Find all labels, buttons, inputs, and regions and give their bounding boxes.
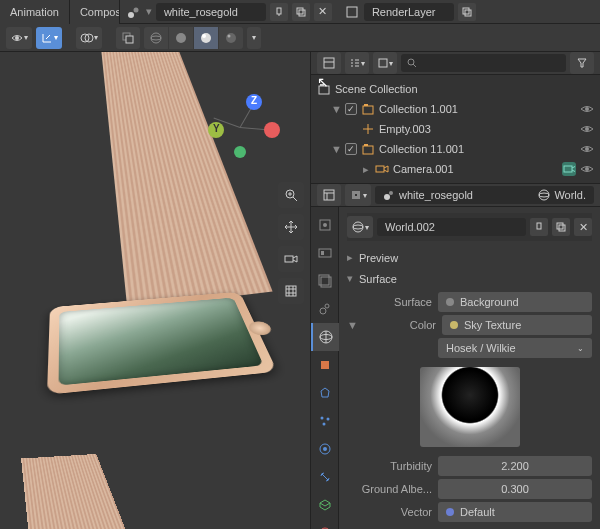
filter-icon[interactable] (570, 52, 594, 74)
turbidity-slider[interactable]: 2.200 (438, 456, 592, 476)
dropdown-icon[interactable]: ▾ (146, 5, 152, 18)
camera-view-icon[interactable] (278, 246, 304, 272)
gizmo-toggle[interactable]: ▾ (36, 27, 62, 49)
collection-checkbox[interactable] (345, 103, 357, 115)
scene-collection-label: Scene Collection (335, 83, 594, 95)
surface-panel-label: Surface (359, 273, 397, 285)
preview-panel-header[interactable]: ▸ Preview (347, 247, 592, 268)
material-tab-icon[interactable] (311, 519, 339, 529)
tab-compositing[interactable]: Compositi (70, 0, 120, 24)
sky-model-dropdown[interactable]: Hosek / Wilkie ⌄ (438, 338, 592, 358)
world-browse-icon[interactable]: ▾ (347, 216, 373, 238)
axis-y[interactable]: Y (208, 122, 224, 138)
new-world-icon[interactable] (552, 218, 570, 236)
object-tab-icon[interactable] (311, 351, 339, 379)
shading-options-dropdown[interactable]: ▾ (247, 27, 261, 49)
disclosure-triangle-icon[interactable]: ▸ (361, 163, 371, 176)
selectability-dropdown[interactable]: ▾ (6, 27, 32, 49)
collection-checkbox[interactable] (345, 143, 357, 155)
visibility-eye-icon[interactable] (580, 124, 594, 134)
svg-point-1 (133, 7, 138, 12)
ground-albedo-slider[interactable]: 0.300 (438, 479, 592, 499)
tab-animation[interactable]: Animation (0, 0, 70, 24)
shading-rendered[interactable] (219, 27, 243, 49)
sky-preview[interactable] (347, 361, 592, 453)
svg-point-40 (585, 107, 589, 111)
color-label: Color (363, 319, 436, 331)
svg-point-46 (585, 147, 589, 151)
fake-user-icon[interactable] (530, 218, 548, 236)
viewport-toolbar: ▾ ▾ ▾ ▾ (0, 24, 600, 52)
svg-rect-60 (319, 249, 331, 257)
expand-icon[interactable]: ▼ (347, 319, 357, 331)
tree-row[interactable]: Empty.003 (311, 119, 600, 139)
axis-z[interactable]: Z (246, 94, 262, 110)
scene-collection-row[interactable]: Scene Collection (311, 79, 600, 99)
svg-point-49 (585, 167, 589, 171)
zoom-tool-icon[interactable] (278, 182, 304, 208)
world-properties: ▾ World.002 ✕ ▸ Preview ▾ Surface (339, 207, 600, 529)
output-tab-icon[interactable] (311, 239, 339, 267)
render-tab-icon[interactable] (311, 211, 339, 239)
new-scene-icon[interactable] (292, 3, 310, 21)
data-tab-icon[interactable] (311, 491, 339, 519)
world-name-label: World.002 (385, 221, 435, 233)
pin-icon[interactable] (270, 3, 288, 21)
axis-x[interactable] (264, 122, 280, 138)
world-selector: ▾ World.002 ✕ (347, 213, 592, 241)
chevron-down-icon: ▾ (347, 272, 353, 285)
vector-field[interactable]: Default (438, 502, 592, 522)
properties-sync-icon[interactable]: ▾ (345, 184, 371, 206)
3d-viewport[interactable]: Z Y (0, 52, 310, 529)
editor-type-icon[interactable] (317, 52, 341, 74)
move-tool-icon[interactable] (278, 214, 304, 240)
shading-wireframe[interactable] (144, 27, 168, 49)
physics-tab-icon[interactable] (311, 435, 339, 463)
surface-value: Background (460, 296, 519, 308)
visibility-eye-icon[interactable] (580, 144, 594, 154)
svg-rect-4 (297, 8, 303, 14)
viewlayer-icon[interactable] (344, 4, 360, 20)
svg-point-15 (151, 36, 161, 40)
world-tab-icon[interactable] (311, 323, 339, 351)
display-mode-dropdown[interactable]: ▾ (345, 52, 369, 74)
outliner-header: ▾ ▾ ↖ (311, 52, 600, 75)
unlink-world-icon[interactable]: ✕ (574, 218, 592, 236)
outliner-search[interactable] (401, 54, 566, 72)
shading-material[interactable] (194, 27, 218, 49)
tree-label: Empty.003 (379, 123, 576, 135)
delete-scene-icon[interactable]: ✕ (314, 3, 332, 21)
chevron-down-icon: ⌄ (577, 344, 584, 353)
disclosure-triangle-icon[interactable]: ▼ (331, 143, 341, 155)
shading-solid[interactable] (169, 27, 193, 49)
overlay-toggle[interactable]: ▾ (76, 27, 102, 49)
sky-model-value: Hosek / Wilkie (446, 342, 516, 354)
tree-row[interactable]: ▼ Collection 1.001 (311, 99, 600, 119)
tree-row[interactable]: ▸ Camera.001 (311, 159, 600, 179)
breadcrumb[interactable]: white_rosegold World. (375, 186, 594, 204)
perspective-toggle-icon[interactable] (278, 278, 304, 304)
particles-tab-icon[interactable] (311, 407, 339, 435)
visibility-eye-icon[interactable] (580, 164, 594, 174)
surface-field[interactable]: Background (438, 292, 592, 312)
shading-mode-group (144, 27, 243, 49)
properties-editor-icon[interactable] (317, 184, 341, 206)
new-viewlayer-icon[interactable] (458, 3, 476, 21)
scene-tab-icon[interactable] (311, 295, 339, 323)
browse-scene-icon[interactable] (126, 4, 142, 20)
axis-neg[interactable] (234, 146, 246, 158)
color-field[interactable]: Sky Texture (442, 315, 592, 335)
disclosure-triangle-icon[interactable]: ▼ (331, 103, 341, 115)
viewlayer-field[interactable]: RenderLayer (364, 3, 454, 21)
surface-panel-header[interactable]: ▾ Surface (347, 268, 592, 289)
viewlayer-tab-icon[interactable] (311, 267, 339, 295)
world-name-field[interactable]: World.002 (377, 218, 526, 236)
scene-name-field[interactable]: white_rosegold (156, 3, 266, 21)
view-dropdown[interactable]: ▾ (373, 52, 397, 74)
modifier-tab-icon[interactable] (311, 379, 339, 407)
tree-row[interactable]: ▼ Collection 11.001 (311, 139, 600, 159)
visibility-eye-icon[interactable] (580, 104, 594, 114)
xray-toggle[interactable] (116, 27, 140, 49)
navigation-gizmo[interactable]: Z Y (200, 92, 280, 162)
constraints-tab-icon[interactable] (311, 463, 339, 491)
